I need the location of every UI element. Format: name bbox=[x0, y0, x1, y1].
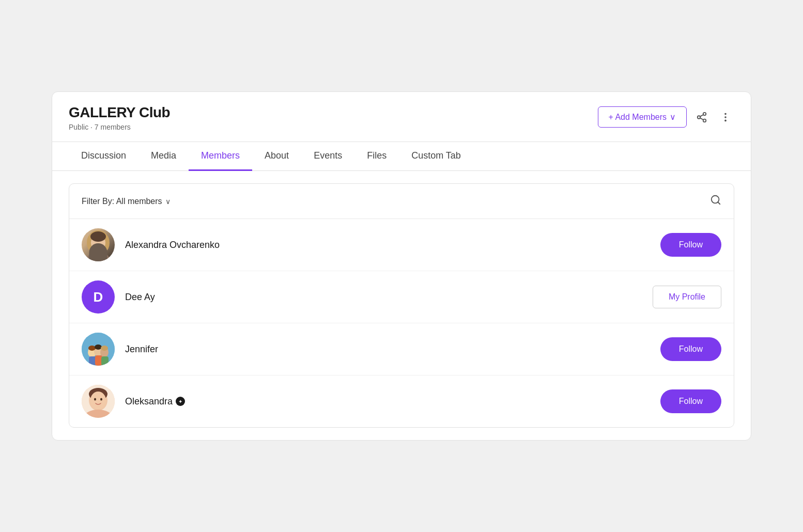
header-left: GALLERY Club Public · 7 members bbox=[69, 104, 170, 131]
svg-point-6 bbox=[724, 116, 727, 118]
tab-events[interactable]: Events bbox=[301, 142, 354, 171]
svg-point-21 bbox=[88, 346, 96, 351]
member-name: Oleksandra ✦ bbox=[125, 396, 660, 407]
follow-button[interactable]: Follow bbox=[660, 337, 721, 361]
svg-point-23 bbox=[101, 346, 108, 351]
more-options-button[interactable] bbox=[717, 108, 734, 126]
club-subtitle: Public · 7 members bbox=[69, 123, 170, 131]
filter-chevron-icon: ∨ bbox=[165, 197, 171, 206]
share-button[interactable] bbox=[693, 108, 711, 126]
member-row: Oleksandra ✦ Follow bbox=[69, 375, 734, 427]
member-row: D Dee Ay My Profile bbox=[69, 271, 734, 323]
avatar bbox=[82, 228, 115, 261]
members-card: Filter By: All members ∨ bbox=[69, 183, 734, 428]
add-members-label: + Add Members bbox=[609, 113, 667, 122]
avatar-illustration bbox=[82, 333, 115, 366]
tab-media[interactable]: Media bbox=[138, 142, 189, 171]
svg-point-30 bbox=[90, 392, 106, 409]
member-row: Jennifer Follow bbox=[69, 323, 734, 375]
member-name: Alexandra Ovcharenko bbox=[125, 240, 660, 251]
svg-line-4 bbox=[700, 114, 703, 116]
header: GALLERY Club Public · 7 members + Add Me… bbox=[52, 92, 751, 131]
avatar bbox=[82, 385, 115, 418]
svg-rect-25 bbox=[95, 355, 102, 366]
filter-label-text: Filter By: All members bbox=[82, 197, 162, 206]
svg-point-33 bbox=[100, 398, 102, 401]
follow-button[interactable]: Follow bbox=[660, 233, 721, 257]
member-name: Jennifer bbox=[125, 344, 660, 355]
club-title: GALLERY Club bbox=[69, 104, 170, 121]
avatar-illustration bbox=[82, 385, 115, 418]
svg-point-32 bbox=[94, 398, 96, 401]
svg-point-5 bbox=[724, 113, 727, 115]
tab-files[interactable]: Files bbox=[354, 142, 399, 171]
verified-badge: ✦ bbox=[176, 397, 185, 406]
avatar bbox=[82, 333, 115, 366]
member-name: Dee Ay bbox=[125, 292, 653, 303]
svg-point-15 bbox=[90, 231, 106, 242]
add-members-button[interactable]: + Add Members ∨ bbox=[598, 106, 687, 128]
filter-dropdown[interactable]: Filter By: All members ∨ bbox=[82, 197, 171, 206]
page-container: GALLERY Club Public · 7 members + Add Me… bbox=[52, 91, 751, 441]
more-icon bbox=[720, 112, 731, 123]
search-icon bbox=[710, 194, 721, 206]
my-profile-button[interactable]: My Profile bbox=[653, 286, 721, 308]
tab-about[interactable]: About bbox=[252, 142, 301, 171]
main-content: Filter By: All members ∨ bbox=[52, 171, 751, 440]
search-button[interactable] bbox=[710, 194, 721, 208]
svg-line-3 bbox=[700, 118, 703, 120]
svg-point-22 bbox=[95, 345, 102, 350]
share-icon bbox=[696, 112, 707, 123]
svg-point-16 bbox=[87, 252, 110, 261]
member-row: Alexandra Ovcharenko Follow bbox=[69, 219, 734, 271]
follow-button[interactable]: Follow bbox=[660, 389, 721, 413]
tab-members[interactable]: Members bbox=[189, 142, 252, 171]
svg-line-9 bbox=[718, 202, 720, 204]
avatar: D bbox=[82, 280, 115, 314]
header-right: + Add Members ∨ bbox=[598, 106, 735, 128]
avatar-illustration bbox=[82, 228, 115, 261]
chevron-down-icon: ∨ bbox=[670, 112, 676, 122]
svg-point-7 bbox=[724, 119, 727, 121]
svg-rect-26 bbox=[101, 356, 109, 366]
avatar-initial: D bbox=[94, 289, 103, 305]
tab-custom-tab[interactable]: Custom Tab bbox=[399, 142, 473, 171]
tab-discussion[interactable]: Discussion bbox=[69, 142, 138, 171]
svg-rect-24 bbox=[89, 356, 96, 366]
nav-tabs: Discussion Media Members About Events Fi… bbox=[52, 142, 751, 171]
filter-bar: Filter By: All members ∨ bbox=[69, 184, 734, 219]
